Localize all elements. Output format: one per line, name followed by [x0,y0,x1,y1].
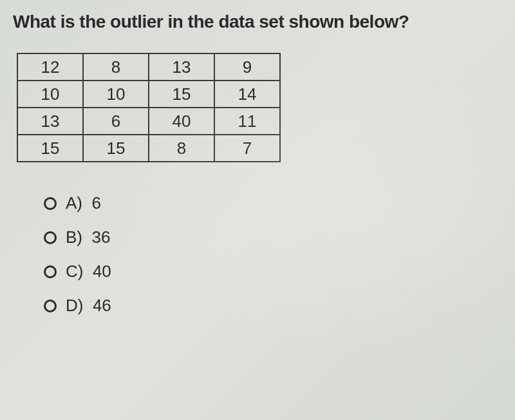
radio-icon [44,265,57,278]
table-cell: 40 [149,108,214,135]
table-cell: 8 [83,53,149,81]
radio-icon [44,231,57,244]
table-cell: 14 [214,81,280,108]
option-d[interactable]: D) 46 [44,296,502,316]
table-cell: 13 [149,53,214,81]
table-cell: 15 [17,135,83,162]
radio-icon [44,197,57,210]
option-c[interactable]: C) 40 [44,262,502,282]
table-cell: 12 [17,53,83,81]
table-cell: 15 [149,81,214,108]
table-cell: 6 [83,108,149,135]
table-row: 12 8 13 9 [17,53,280,81]
table-cell: 15 [83,135,149,162]
question-text: What is the outlier in the data set show… [13,12,502,32]
answer-options: A) 6 B) 36 C) 40 D) 46 [44,193,502,316]
table-row: 15 15 8 7 [17,135,280,162]
option-b[interactable]: B) 36 [44,227,502,247]
table-cell: 10 [17,81,83,108]
table-row: 10 10 15 14 [17,81,280,108]
table-cell: 11 [214,108,280,135]
table-cell: 13 [17,108,83,135]
option-label: D) 46 [66,296,111,316]
option-label: C) 40 [66,262,111,282]
option-a[interactable]: A) 6 [44,193,502,213]
table-cell: 10 [83,81,149,108]
table-cell: 7 [214,135,280,162]
table-cell: 8 [149,135,214,162]
table-row: 13 6 40 11 [17,108,280,135]
option-label: A) 6 [66,193,101,213]
table-cell: 9 [214,53,280,81]
option-label: B) 36 [66,227,110,247]
data-table: 12 8 13 9 10 10 15 14 13 6 40 11 15 15 8… [17,53,281,162]
radio-icon [44,300,57,312]
